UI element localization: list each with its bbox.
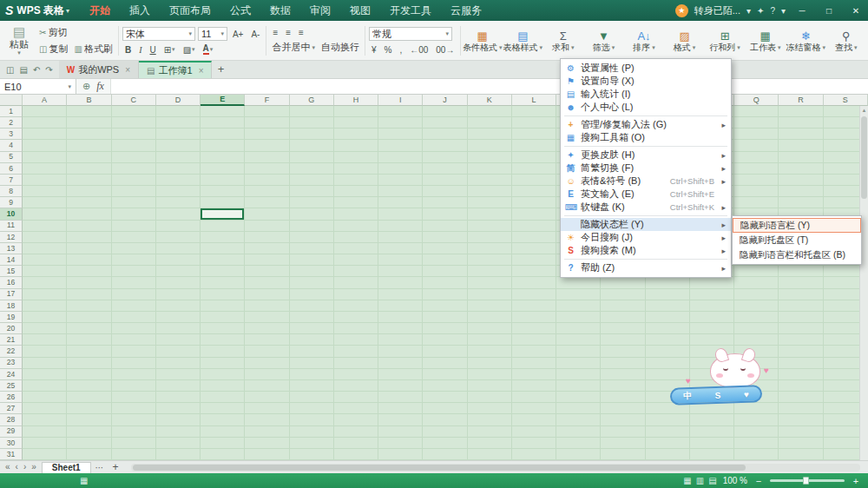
- cell-f15[interactable]: [245, 266, 289, 277]
- cell-p17[interactable]: [690, 289, 734, 300]
- cell-q16[interactable]: [734, 277, 779, 288]
- cell-e6[interactable]: [201, 163, 245, 175]
- cell-a25[interactable]: [23, 380, 67, 392]
- cell-f23[interactable]: [245, 358, 289, 369]
- cell-l14[interactable]: [512, 254, 556, 266]
- minimize-button[interactable]: ─: [792, 0, 812, 21]
- cell-q15[interactable]: [734, 266, 779, 277]
- cell-g10[interactable]: [290, 208, 334, 220]
- cell-l15[interactable]: [512, 266, 556, 277]
- cell-f2[interactable]: [245, 117, 289, 129]
- cell-i6[interactable]: [378, 163, 423, 175]
- cell-g12[interactable]: [290, 232, 334, 243]
- cell-g4[interactable]: [290, 140, 334, 151]
- cell-k13[interactable]: [468, 243, 512, 254]
- cell-m26[interactable]: [556, 392, 601, 403]
- cell-k7[interactable]: [468, 175, 512, 186]
- cell-q29[interactable]: [734, 426, 779, 438]
- cell-g20[interactable]: [290, 323, 334, 334]
- cell-n16[interactable]: [601, 277, 645, 288]
- menu-item-5[interactable]: +管理/修复输入法 (G)▸: [561, 118, 731, 131]
- cell-g3[interactable]: [290, 129, 334, 140]
- cell-j2[interactable]: [423, 117, 467, 129]
- cell-e31[interactable]: [201, 449, 245, 460]
- cell-e25[interactable]: [201, 380, 245, 392]
- cell-f31[interactable]: [245, 449, 289, 460]
- cell-b11[interactable]: [67, 221, 111, 232]
- row-header-27[interactable]: 27: [0, 403, 23, 414]
- cell-r7[interactable]: [779, 175, 823, 186]
- cell-f16[interactable]: [245, 277, 289, 288]
- cell-j20[interactable]: [423, 323, 467, 334]
- cell-n21[interactable]: [601, 334, 645, 346]
- ribbon-tab-2[interactable]: 插入: [120, 0, 160, 21]
- cell-q31[interactable]: [734, 449, 779, 460]
- ribbon-tab-8[interactable]: 开发工具: [380, 0, 441, 21]
- help-icon[interactable]: ?: [770, 6, 775, 16]
- cell-k9[interactable]: [468, 197, 512, 208]
- cell-r4[interactable]: [779, 140, 823, 151]
- row-header-24[interactable]: 24: [0, 369, 23, 380]
- cell-k20[interactable]: [468, 323, 512, 334]
- redo-icon[interactable]: ↷: [45, 65, 52, 75]
- cell-a16[interactable]: [23, 277, 67, 288]
- menu-item-4[interactable]: ☻个人中心 (L): [561, 101, 731, 114]
- row-header-31[interactable]: 31: [0, 449, 23, 460]
- cell-k29[interactable]: [468, 426, 512, 438]
- cell-h1[interactable]: [334, 106, 378, 117]
- cell-j30[interactable]: [423, 438, 467, 449]
- menu-item-3[interactable]: ▤输入统计 (I): [561, 88, 731, 101]
- row-header-15[interactable]: 15: [0, 266, 23, 277]
- cell-a24[interactable]: [23, 369, 67, 380]
- cell-n18[interactable]: [601, 300, 645, 312]
- cell-r29[interactable]: [779, 426, 823, 438]
- cell-a5[interactable]: [23, 152, 67, 163]
- percent-button[interactable]: %: [382, 45, 395, 55]
- cell-o29[interactable]: [646, 426, 690, 438]
- cell-h25[interactable]: [334, 380, 378, 392]
- cell-l1[interactable]: [512, 106, 556, 117]
- cell-f17[interactable]: [245, 289, 289, 300]
- cell-e16[interactable]: [201, 277, 245, 288]
- cell-i29[interactable]: [378, 426, 423, 438]
- cell-l12[interactable]: [512, 232, 556, 243]
- cell-d24[interactable]: [156, 369, 201, 380]
- cell-e20[interactable]: [201, 323, 245, 334]
- cell-j14[interactable]: [423, 254, 467, 266]
- cell-r15[interactable]: [779, 266, 823, 277]
- cell-i22[interactable]: [378, 346, 423, 357]
- cell-k6[interactable]: [468, 163, 512, 175]
- cell-f1[interactable]: [245, 106, 289, 117]
- magnifier-icon[interactable]: ⊕: [82, 81, 90, 92]
- zoom-slider[interactable]: [770, 479, 845, 482]
- cell-q2[interactable]: [734, 117, 779, 129]
- row-header-1[interactable]: 1: [0, 106, 23, 117]
- cell-o18[interactable]: [646, 300, 690, 312]
- cell-a11[interactable]: [23, 221, 67, 232]
- cell-j8[interactable]: [423, 186, 467, 197]
- cell-l23[interactable]: [512, 358, 556, 369]
- cell-j17[interactable]: [423, 289, 467, 300]
- cell-a2[interactable]: [23, 117, 67, 129]
- table-style-button[interactable]: ▤表格样式▾: [503, 23, 543, 59]
- cell-d28[interactable]: [156, 414, 201, 425]
- cell-q5[interactable]: [734, 152, 779, 163]
- cell-c30[interactable]: [112, 438, 156, 449]
- column-header-g[interactable]: G: [290, 95, 334, 106]
- cell-l16[interactable]: [512, 277, 556, 288]
- submenu-item-2[interactable]: 隐藏到托盘区 (T): [733, 233, 861, 247]
- cell-h8[interactable]: [334, 186, 378, 197]
- cell-h21[interactable]: [334, 334, 378, 346]
- cell-b16[interactable]: [67, 277, 111, 288]
- cell-g28[interactable]: [290, 414, 334, 425]
- cell-k2[interactable]: [468, 117, 512, 129]
- cell-e17[interactable]: [201, 289, 245, 300]
- cell-i1[interactable]: [378, 106, 423, 117]
- cell-k25[interactable]: [468, 380, 512, 392]
- cell-g23[interactable]: [290, 358, 334, 369]
- cell-l30[interactable]: [512, 438, 556, 449]
- cell-i31[interactable]: [378, 449, 423, 460]
- shrink-font-button[interactable]: A-: [248, 30, 262, 39]
- input-method-icon[interactable]: ▦: [80, 476, 88, 485]
- cell-q18[interactable]: [734, 300, 779, 312]
